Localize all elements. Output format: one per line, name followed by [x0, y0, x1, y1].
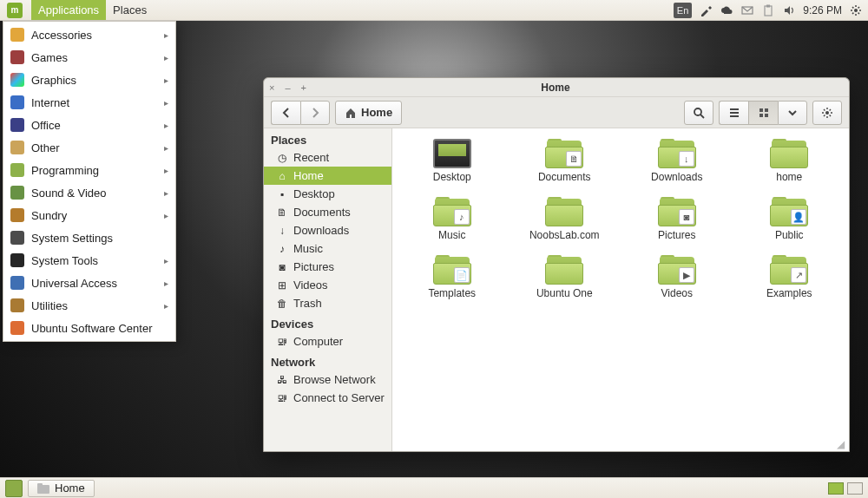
- sidebar-item-music[interactable]: ♪Music: [264, 239, 391, 258]
- app-menu-item-system-settings[interactable]: System Settings: [3, 226, 175, 249]
- sidebar-item-recent[interactable]: ◷Recent: [264, 148, 391, 167]
- mic-usc-icon: [10, 321, 24, 335]
- folder-label: Pictures: [658, 229, 695, 241]
- app-menu-item-ubuntu-software-center[interactable]: Ubuntu Software Center: [3, 317, 175, 339]
- mint-logo-button[interactable]: m: [0, 0, 31, 20]
- taskbar-home-label: Home: [55, 482, 85, 495]
- app-menu-item-label: Utilities: [31, 299, 68, 312]
- chevron-right-icon: ▸: [164, 211, 168, 220]
- app-menu-item-utilities[interactable]: Utilities▸: [3, 294, 175, 317]
- svg-rect-1: [765, 6, 772, 16]
- sidebar-item-desktop[interactable]: ▪Desktop: [264, 185, 391, 203]
- workspace-1[interactable]: [828, 482, 844, 495]
- sidebar-item-pictures[interactable]: ◙Pictures: [264, 258, 391, 276]
- bottom-panel: Home: [0, 477, 868, 498]
- app-menu-item-label: Games: [31, 51, 68, 64]
- folder-templates[interactable]: 📄Templates: [404, 253, 500, 301]
- app-menu-item-office[interactable]: Office▸: [3, 114, 175, 136]
- applications-menu-button[interactable]: Applications: [31, 0, 106, 20]
- app-menu-item-graphics[interactable]: Graphics▸: [3, 69, 175, 91]
- file-manager-content[interactable]: Desktop🗎Documents↓Downloadshome♪MusicNoo…: [392, 128, 849, 451]
- path-home-button[interactable]: Home: [335, 101, 402, 125]
- clock[interactable]: 9:26 PM: [803, 4, 842, 16]
- folder-pictures[interactable]: ◙Pictures: [629, 195, 725, 243]
- folder-downloads[interactable]: ↓Downloads: [629, 137, 725, 185]
- forward-button[interactable]: [300, 101, 330, 125]
- folder-emblem-icon: ↓: [679, 151, 694, 167]
- folder-desktop[interactable]: Desktop: [404, 137, 500, 185]
- app-menu-item-sundry[interactable]: Sundry▸: [3, 204, 175, 226]
- sidebar-item-downloads[interactable]: ↓Downloads: [264, 221, 391, 239]
- app-menu-item-internet[interactable]: Internet▸: [3, 91, 175, 114]
- folder-emblem-icon: 📄: [454, 267, 470, 283]
- minimize-window-button[interactable]: –: [285, 82, 290, 93]
- clipboard-tray-icon[interactable]: [761, 3, 775, 17]
- sidebar-item-connect-to-server[interactable]: 🖳Connect to Server: [264, 389, 391, 407]
- sidebar-item-computer[interactable]: 🖳Computer: [264, 332, 391, 351]
- chevron-right-icon: ▸: [164, 53, 168, 62]
- desktop-icon: [433, 139, 471, 168]
- folder-noobslab-com[interactable]: NoobsLab.com: [517, 195, 613, 243]
- folder-ubuntu-one[interactable]: Ubuntu One: [517, 253, 613, 301]
- icon-grid: Desktop🗎Documents↓Downloadshome♪MusicNoo…: [404, 137, 837, 301]
- folder-icon: 📄: [433, 255, 471, 285]
- mic-sundry-icon: [10, 208, 24, 222]
- app-menu-item-label: System Tools: [31, 254, 98, 267]
- mic-tools-icon: [10, 253, 24, 267]
- svg-rect-6: [765, 108, 768, 112]
- sidebar-item-videos[interactable]: ⊞Videos: [264, 276, 391, 294]
- app-menu-item-label: Other: [31, 141, 60, 154]
- app-menu-item-programming[interactable]: Programming▸: [3, 159, 175, 181]
- app-menu-item-universal-access[interactable]: Universal Access▸: [3, 272, 175, 294]
- folder-documents[interactable]: 🗎Documents: [517, 137, 613, 185]
- sidebar-item-icon: ▪: [276, 188, 288, 200]
- folder-icon: ♪: [433, 197, 471, 226]
- folder-music[interactable]: ♪Music: [404, 195, 500, 243]
- folder-emblem-icon: ♪: [454, 209, 470, 225]
- sidebar-item-browse-network[interactable]: 🖧Browse Network: [264, 370, 391, 389]
- mail-tray-icon[interactable]: [740, 3, 754, 17]
- mic-settings-icon: [10, 231, 24, 245]
- app-menu-item-accessories[interactable]: Accessories▸: [3, 23, 175, 46]
- sidebar-item-home[interactable]: ⌂Home: [264, 167, 391, 185]
- top-panel: m Applications Places En 9:26 PM: [0, 0, 868, 21]
- mic-internet-icon: [10, 95, 24, 109]
- volume-tray-icon[interactable]: [782, 3, 796, 17]
- list-view-button[interactable]: [719, 101, 748, 125]
- settings-tray-icon[interactable]: [849, 3, 863, 17]
- folder-icon: ↗: [770, 255, 808, 285]
- places-menu-button[interactable]: Places: [106, 0, 154, 20]
- back-button[interactable]: [271, 101, 300, 125]
- folder-examples[interactable]: ↗Examples: [742, 253, 838, 301]
- preferences-button[interactable]: [812, 101, 842, 125]
- sidebar-item-icon: ◷: [276, 152, 288, 164]
- show-desktop-button[interactable]: [5, 480, 23, 497]
- weather-tray-icon[interactable]: [720, 3, 733, 17]
- sidebar-item-icon: ⌂: [276, 170, 288, 182]
- app-menu-item-other[interactable]: Other▸: [3, 136, 175, 159]
- language-indicator[interactable]: En: [674, 3, 692, 18]
- resize-grip[interactable]: ◢: [837, 439, 847, 449]
- path-home-label: Home: [361, 106, 392, 119]
- color-picker-tray-icon[interactable]: [699, 3, 713, 17]
- app-menu-item-games[interactable]: Games▸: [3, 46, 175, 69]
- sidebar-item-label: Downloads: [293, 224, 349, 237]
- view-dropdown-button[interactable]: [778, 101, 807, 125]
- file-manager-titlebar[interactable]: × – + Home: [264, 78, 849, 97]
- mic-graphics-icon: [10, 73, 24, 87]
- folder-public[interactable]: 👤Public: [742, 195, 838, 243]
- taskbar-home-button[interactable]: Home: [28, 480, 95, 497]
- folder-home[interactable]: home: [742, 137, 838, 185]
- svg-point-4: [694, 108, 701, 115]
- workspace-2[interactable]: [847, 482, 863, 495]
- app-menu-item-system-tools[interactable]: System Tools▸: [3, 249, 175, 272]
- folder-videos[interactable]: ▶Videos: [629, 253, 725, 301]
- sidebar-item-documents[interactable]: 🗎Documents: [264, 203, 391, 221]
- search-button[interactable]: [684, 101, 713, 125]
- icon-view-button[interactable]: [748, 101, 778, 125]
- sidebar-item-trash[interactable]: 🗑Trash: [264, 294, 391, 312]
- mic-office-icon: [10, 118, 24, 132]
- app-menu-item-sound-video[interactable]: Sound & Video▸: [3, 181, 175, 204]
- folder-label: Ubuntu One: [536, 287, 593, 299]
- close-window-button[interactable]: ×: [269, 82, 274, 93]
